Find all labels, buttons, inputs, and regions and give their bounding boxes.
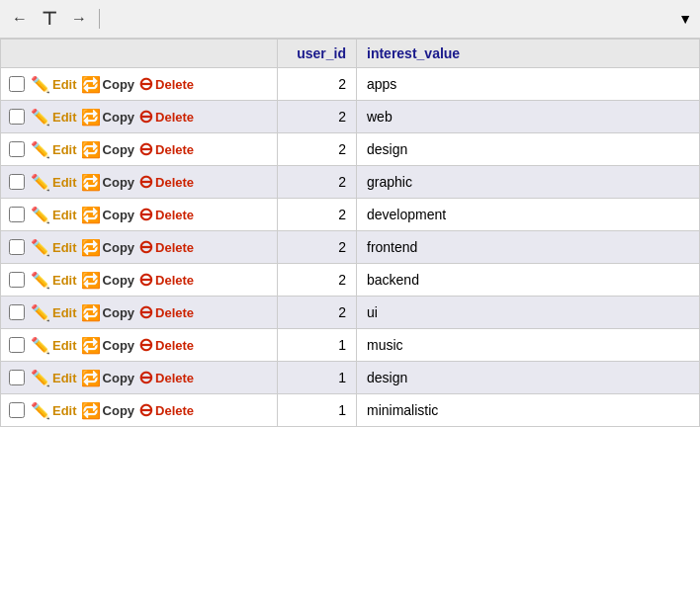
row-checkbox[interactable] bbox=[9, 207, 25, 222]
delete-button[interactable]: ⊖ Delete bbox=[138, 269, 194, 291]
row-checkbox[interactable] bbox=[9, 174, 25, 190]
table-row: ✏️ Edit 🔁 Copy ⊖ Delete 2development bbox=[1, 199, 700, 231]
pencil-icon: ✏️ bbox=[31, 401, 50, 420]
delete-button[interactable]: ⊖ Delete bbox=[138, 171, 194, 193]
edit-button[interactable]: ✏️ Edit bbox=[31, 271, 77, 290]
pencil-icon: ✏️ bbox=[31, 140, 50, 159]
copy-button[interactable]: 🔁 Copy bbox=[81, 108, 135, 127]
delete-button[interactable]: ⊖ Delete bbox=[138, 301, 194, 323]
filter-button[interactable]: ▼ bbox=[678, 11, 692, 27]
copy-icon: 🔁 bbox=[81, 401, 101, 420]
edit-button[interactable]: ✏️ Edit bbox=[31, 75, 77, 94]
cell-interest-value: minimalistic bbox=[357, 394, 700, 427]
cell-interest-value: web bbox=[357, 101, 700, 133]
table-row: ✏️ Edit 🔁 Copy ⊖ Delete 2apps bbox=[1, 68, 700, 101]
cell-user-id: 2 bbox=[278, 68, 357, 101]
delete-icon: ⊖ bbox=[138, 236, 153, 258]
copy-button[interactable]: 🔁 Copy bbox=[81, 238, 135, 257]
delete-button[interactable]: ⊖ Delete bbox=[138, 334, 194, 356]
column-icon-button[interactable]: ⊤ bbox=[38, 6, 61, 32]
copy-button[interactable]: 🔁 Copy bbox=[81, 140, 135, 159]
delete-icon: ⊖ bbox=[138, 73, 153, 95]
delete-label: Delete bbox=[155, 208, 194, 222]
delete-button[interactable]: ⊖ Delete bbox=[138, 399, 194, 421]
delete-button[interactable]: ⊖ Delete bbox=[138, 236, 194, 258]
edit-label: Edit bbox=[52, 403, 77, 418]
edit-button[interactable]: ✏️ Edit bbox=[31, 173, 77, 192]
table-row: ✏️ Edit 🔁 Copy ⊖ Delete 1design bbox=[1, 362, 700, 394]
table-row: ✏️ Edit 🔁 Copy ⊖ Delete 2ui bbox=[1, 297, 700, 329]
copy-icon: 🔁 bbox=[81, 271, 101, 290]
pencil-icon: ✏️ bbox=[31, 108, 50, 127]
edit-label: Edit bbox=[52, 77, 77, 92]
copy-button[interactable]: 🔁 Copy bbox=[81, 369, 135, 387]
row-checkbox[interactable] bbox=[9, 239, 25, 255]
delete-button[interactable]: ⊖ Delete bbox=[138, 73, 194, 95]
copy-button[interactable]: 🔁 Copy bbox=[81, 271, 135, 290]
row-checkbox[interactable] bbox=[9, 76, 25, 92]
copy-label: Copy bbox=[103, 208, 135, 222]
row-checkbox[interactable] bbox=[9, 304, 25, 320]
cell-user-id: 2 bbox=[278, 297, 357, 329]
edit-button[interactable]: ✏️ Edit bbox=[31, 108, 77, 127]
copy-label: Copy bbox=[103, 403, 135, 418]
back-button[interactable]: ← bbox=[8, 8, 32, 30]
copy-icon: 🔁 bbox=[81, 173, 101, 192]
cell-interest-value: development bbox=[357, 199, 700, 231]
copy-button[interactable]: 🔁 Copy bbox=[81, 336, 135, 355]
edit-button[interactable]: ✏️ Edit bbox=[31, 140, 77, 159]
edit-label: Edit bbox=[52, 110, 77, 125]
col-header-actions bbox=[1, 40, 278, 68]
delete-label: Delete bbox=[155, 110, 194, 125]
delete-button[interactable]: ⊖ Delete bbox=[138, 204, 194, 225]
edit-label: Edit bbox=[52, 273, 77, 288]
copy-button[interactable]: 🔁 Copy bbox=[81, 206, 135, 224]
edit-button[interactable]: ✏️ Edit bbox=[31, 206, 77, 224]
delete-label: Delete bbox=[155, 403, 194, 418]
copy-icon: 🔁 bbox=[81, 75, 101, 94]
delete-button[interactable]: ⊖ Delete bbox=[138, 138, 194, 160]
edit-button[interactable]: ✏️ Edit bbox=[31, 401, 77, 420]
row-checkbox[interactable] bbox=[9, 109, 25, 125]
edit-label: Edit bbox=[52, 175, 77, 190]
toolbar: ← ⊤ → ▼ bbox=[0, 0, 700, 39]
delete-icon: ⊖ bbox=[138, 138, 153, 160]
copy-label: Copy bbox=[103, 371, 135, 385]
forward-button[interactable]: → bbox=[67, 8, 91, 30]
delete-label: Delete bbox=[155, 142, 194, 157]
edit-button[interactable]: ✏️ Edit bbox=[31, 336, 77, 355]
delete-label: Delete bbox=[155, 77, 194, 92]
row-checkbox[interactable] bbox=[9, 337, 25, 353]
row-checkbox[interactable] bbox=[9, 402, 25, 418]
row-checkbox[interactable] bbox=[9, 370, 25, 385]
copy-label: Copy bbox=[103, 175, 135, 190]
table-row: ✏️ Edit 🔁 Copy ⊖ Delete 2backend bbox=[1, 264, 700, 297]
copy-icon: 🔁 bbox=[81, 369, 101, 387]
table-row: ✏️ Edit 🔁 Copy ⊖ Delete 1music bbox=[1, 329, 700, 362]
edit-button[interactable]: ✏️ Edit bbox=[31, 303, 77, 322]
copy-button[interactable]: 🔁 Copy bbox=[81, 401, 135, 420]
edit-label: Edit bbox=[52, 305, 77, 320]
copy-button[interactable]: 🔁 Copy bbox=[81, 303, 135, 322]
edit-label: Edit bbox=[52, 208, 77, 222]
copy-icon: 🔁 bbox=[81, 303, 101, 322]
cell-interest-value: frontend bbox=[357, 231, 700, 264]
delete-button[interactable]: ⊖ Delete bbox=[138, 367, 194, 388]
col-header-user-id: user_id bbox=[278, 40, 357, 68]
delete-icon: ⊖ bbox=[138, 106, 153, 128]
edit-button[interactable]: ✏️ Edit bbox=[31, 238, 77, 257]
delete-button[interactable]: ⊖ Delete bbox=[138, 106, 194, 128]
row-checkbox[interactable] bbox=[9, 272, 25, 288]
edit-button[interactable]: ✏️ Edit bbox=[31, 369, 77, 387]
table-row: ✏️ Edit 🔁 Copy ⊖ Delete 2design bbox=[1, 133, 700, 166]
copy-button[interactable]: 🔁 Copy bbox=[81, 75, 135, 94]
delete-icon: ⊖ bbox=[138, 269, 153, 291]
copy-button[interactable]: 🔁 Copy bbox=[81, 173, 135, 192]
delete-label: Delete bbox=[155, 338, 194, 353]
copy-label: Copy bbox=[103, 142, 135, 157]
col-header-interest-value: interest_value bbox=[357, 40, 700, 68]
row-checkbox[interactable] bbox=[9, 141, 25, 157]
copy-label: Copy bbox=[103, 110, 135, 125]
pencil-icon: ✏️ bbox=[31, 238, 50, 257]
copy-icon: 🔁 bbox=[81, 108, 101, 127]
